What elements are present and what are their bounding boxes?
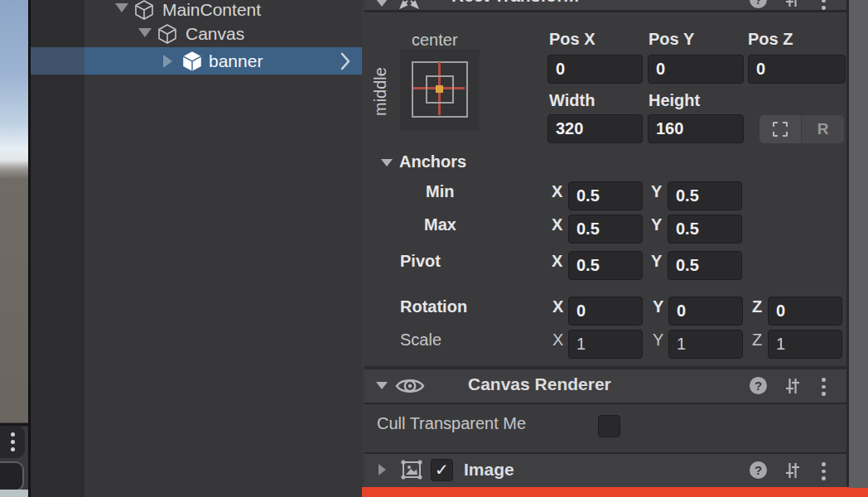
anchors-min-label: Min [426, 182, 454, 201]
pos-z-label: Pos Z [748, 30, 793, 49]
blueprint-mode-button[interactable] [760, 115, 802, 143]
axis-x-label: X [552, 331, 563, 350]
blueprint-icon [773, 122, 788, 137]
axis-x-label: X [552, 215, 562, 234]
component-title: Rect Transform [451, 0, 579, 6]
kebab-dot [11, 432, 15, 437]
rotation-y-input[interactable]: 0 [668, 297, 743, 326]
pos-y-input[interactable]: 0 [648, 55, 744, 84]
hierarchy-row-banner-selected[interactable]: banner [31, 47, 362, 75]
pivot-label: Pivot [400, 252, 441, 271]
axis-z-label: Z [752, 331, 762, 350]
component-title: Canvas Renderer [468, 374, 611, 394]
hierarchy-gutter [31, 0, 84, 497]
anchor-preset-button[interactable] [400, 49, 480, 131]
rect-transform-icon [399, 0, 419, 12]
pos-y-label: Pos Y [649, 30, 694, 49]
anchor-preset-vertical-label: middle [369, 56, 391, 128]
axis-x-label: X [552, 297, 563, 316]
pos-x-input[interactable]: 0 [547, 55, 643, 84]
anchors-foldout-icon[interactable] [381, 159, 393, 166]
scene-bottom-strip [0, 490, 28, 497]
help-icon[interactable]: ? [750, 461, 767, 479]
component-menu-icon[interactable] [822, 378, 826, 396]
scrollbar-thumb[interactable] [849, 0, 868, 488]
anchors-max-y-input[interactable]: 0.5 [668, 215, 742, 244]
scale-y-input[interactable]: 1 [668, 330, 743, 359]
selection-highlight-bar [362, 487, 868, 497]
foldout-collapsed-icon[interactable] [163, 55, 172, 68]
foldout-expanded-icon[interactable] [138, 28, 152, 37]
anchors-max-x-input[interactable]: 0.5 [568, 215, 643, 244]
anchor-preset-horizontal-label: center [412, 31, 458, 50]
scale-x-input[interactable]: 1 [568, 330, 643, 359]
hierarchy-item-label: MainContent [162, 0, 261, 21]
width-label: Width [549, 91, 595, 110]
height-label: Height [649, 91, 700, 110]
anchors-min-x-input[interactable]: 0.5 [568, 181, 643, 210]
check-icon: ✓ [432, 460, 452, 480]
axis-y-label: Y [651, 215, 662, 234]
rotation-z-input[interactable]: 0 [768, 297, 842, 326]
hierarchy-item-label: Canvas [186, 22, 244, 45]
component-menu-icon[interactable] [822, 0, 826, 10]
cube-icon [157, 23, 177, 48]
scene-overlay-menu-button[interactable] [0, 426, 25, 458]
kebab-dot [11, 447, 15, 451]
anchors-min-y-input[interactable]: 0.5 [668, 181, 742, 210]
hierarchy-row-maincontent[interactable]: MainContent [31, 0, 362, 20]
height-input[interactable]: 160 [648, 114, 744, 143]
help-icon[interactable]: ? [750, 377, 767, 394]
foldout-expanded-icon[interactable] [115, 3, 128, 12]
cull-transparent-mesh-label: Cull Transparent Me [377, 414, 526, 433]
width-input[interactable]: 320 [547, 114, 643, 143]
rotation-label: Rotation [400, 297, 467, 316]
anchors-max-label: Max [424, 215, 456, 234]
axis-z-label: Z [752, 297, 762, 316]
axis-y-label: Y [653, 331, 663, 350]
scene-overlay-panel[interactable] [0, 461, 24, 491]
pos-x-label: Pos X [549, 30, 596, 49]
component-title: Image [464, 460, 514, 480]
scale-z-input[interactable]: 1 [768, 330, 842, 359]
prefab-open-chevron-icon[interactable] [339, 51, 352, 75]
selection-highlight [31, 47, 84, 75]
hierarchy-row-canvas[interactable]: Canvas [31, 20, 362, 47]
cube-icon-selected [181, 50, 203, 76]
component-foldout-icon[interactable] [379, 464, 386, 475]
rect-transform-header[interactable]: Rect Transform ? [364, 0, 846, 12]
canvas-renderer-icon [395, 374, 425, 401]
unity-editor-screenshot: MainContent Canvas banner [0, 0, 868, 497]
pivot-y-input[interactable]: 0.5 [668, 251, 742, 280]
component-menu-icon[interactable] [822, 462, 826, 480]
axis-y-label: Y [653, 297, 663, 316]
rotation-x-input[interactable]: 0 [568, 297, 643, 326]
anchors-label: Anchors [399, 152, 466, 171]
axis-x-label: X [552, 182, 562, 201]
image-component-icon [399, 457, 424, 485]
presets-icon[interactable] [784, 462, 801, 482]
hierarchy-item-label: banner [209, 50, 263, 72]
cull-transparent-mesh-checkbox[interactable] [598, 415, 620, 437]
presets-icon[interactable] [784, 378, 801, 398]
component-foldout-icon[interactable] [376, 0, 388, 7]
rect-tool-buttons: R [760, 115, 844, 143]
help-icon[interactable]: ? [750, 0, 767, 8]
axis-x-label: X [552, 252, 562, 271]
component-foldout-icon[interactable] [376, 382, 388, 389]
anchor-center-dot [436, 85, 443, 93]
image-enabled-checkbox[interactable]: ✓ [431, 459, 453, 481]
axis-y-label: Y [651, 182, 662, 201]
presets-icon[interactable] [784, 0, 801, 11]
scene-view-strip [0, 0, 28, 497]
pos-z-input[interactable]: 0 [748, 55, 846, 84]
axis-y-label: Y [651, 252, 662, 271]
raw-edit-mode-button[interactable]: R [802, 115, 844, 143]
scale-label: Scale [400, 331, 441, 350]
kebab-dot [11, 440, 15, 444]
pivot-x-input[interactable]: 0.5 [568, 251, 643, 280]
